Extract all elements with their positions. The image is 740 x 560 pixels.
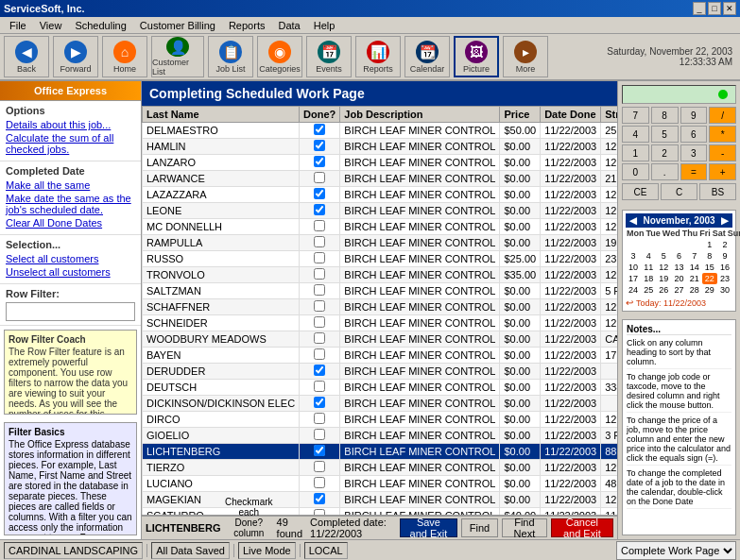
cal-day[interactable]: 17	[626, 273, 641, 284]
calc-multiply[interactable]: *	[709, 126, 736, 143]
cell-done[interactable]	[300, 203, 340, 219]
done-checkbox[interactable]	[314, 413, 325, 424]
sidebar-select-all-link[interactable]: Select all customers	[6, 253, 135, 264]
cal-prev[interactable]: ◀	[629, 215, 637, 226]
sidebar-details-link[interactable]: Details about this job...	[6, 119, 135, 130]
table-container[interactable]: Last Name Done? Job Description Price Da…	[142, 106, 617, 515]
cell-done[interactable]	[300, 508, 340, 516]
table-row[interactable]: LANZAROBIRCH LEAF MINER CONTROL$0.0011/2…	[143, 155, 618, 171]
cell-done[interactable]	[300, 476, 340, 492]
cal-day[interactable]: 4	[641, 250, 656, 262]
table-row[interactable]: LUCIANOBIRCH LEAF MINER CONTROL$0.0011/2…	[143, 476, 618, 492]
minimize-button[interactable]: _	[693, 2, 706, 15]
cal-day[interactable]: 15	[702, 262, 717, 273]
done-checkbox[interactable]	[314, 300, 325, 312]
table-row[interactable]: RUSSOBIRCH LEAF MINER CONTROL$25.0011/22…	[143, 251, 618, 267]
done-checkbox[interactable]	[314, 172, 325, 183]
done-checkbox[interactable]	[314, 204, 325, 215]
cal-day[interactable]: 18	[641, 273, 656, 284]
cal-day[interactable]: 20	[671, 273, 686, 284]
cal-day[interactable]: 9	[717, 250, 732, 262]
close-button[interactable]: ✕	[723, 2, 736, 15]
table-row[interactable]: MAGEKIANBIRCH LEAF MINER CONTROL$0.0011/…	[143, 492, 618, 508]
cancel-exit-button[interactable]: Cancel and Exit	[551, 518, 613, 537]
calc-bs[interactable]: BS	[699, 183, 736, 200]
cell-done[interactable]	[300, 155, 340, 171]
done-checkbox[interactable]	[314, 316, 325, 328]
done-checkbox[interactable]	[314, 284, 325, 296]
calc-0[interactable]: 0	[622, 163, 649, 180]
cal-day[interactable]: 19	[656, 273, 671, 284]
table-row[interactable]: DEUTSCHBIRCH LEAF MINER CONTROL$0.0011/2…	[143, 380, 618, 396]
col-date-done[interactable]: Date Done	[541, 107, 601, 123]
calc-4[interactable]: 4	[622, 126, 649, 143]
find-button[interactable]: Find	[461, 518, 498, 537]
done-checkbox[interactable]	[314, 156, 325, 167]
cal-day[interactable]: 14	[687, 262, 702, 273]
calc-dot[interactable]: .	[651, 163, 679, 180]
cal-day[interactable]: 25	[641, 284, 656, 296]
cell-done[interactable]	[300, 283, 340, 299]
done-checkbox[interactable]	[314, 477, 325, 488]
cal-day[interactable]: 11	[641, 262, 656, 273]
sidebar-make-all-same-link[interactable]: Make all the same	[6, 179, 135, 191]
cell-done[interactable]	[300, 251, 340, 267]
cell-done[interactable]	[300, 315, 340, 331]
table-row[interactable]: SALTZMANBIRCH LEAF MINER CONTROL$0.0011/…	[143, 283, 618, 299]
calc-8[interactable]: 8	[651, 107, 679, 124]
done-checkbox[interactable]	[314, 268, 325, 280]
menu-data[interactable]: Data	[272, 20, 305, 31]
toolbar-forward[interactable]: ▶ Forward	[53, 36, 98, 77]
col-last-name[interactable]: Last Name	[143, 107, 300, 123]
col-job-desc[interactable]: Job Description	[340, 107, 500, 123]
table-row[interactable]: LAZAZZARABIRCH LEAF MINER CONTROL$0.0011…	[143, 187, 618, 203]
done-checkbox[interactable]	[314, 124, 325, 135]
cell-done[interactable]	[300, 380, 340, 396]
calc-2[interactable]: 2	[651, 144, 679, 161]
done-checkbox[interactable]	[314, 188, 325, 199]
cal-day[interactable]: 6	[671, 250, 686, 262]
cal-day[interactable]: 16	[717, 262, 732, 273]
table-row[interactable]: LARWANCEBIRCH LEAF MINER CONTROL$0.0011/…	[143, 171, 618, 187]
table-row[interactable]: TIERZOBIRCH LEAF MINER CONTROL$0.0011/22…	[143, 460, 618, 476]
cell-done[interactable]	[300, 235, 340, 251]
cal-day[interactable]: 29	[702, 284, 717, 296]
table-row[interactable]: BAYENBIRCH LEAF MINER CONTROL$0.0011/22/…	[143, 348, 618, 364]
cal-day[interactable]: 22	[702, 273, 717, 284]
cal-day[interactable]: 1	[702, 239, 717, 250]
done-checkbox[interactable]	[314, 445, 325, 456]
done-checkbox[interactable]	[314, 252, 325, 263]
done-checkbox[interactable]	[314, 348, 325, 360]
calc-6[interactable]: 6	[680, 126, 708, 143]
done-checkbox[interactable]	[314, 493, 325, 504]
cell-done[interactable]	[300, 267, 340, 283]
work-page-dropdown[interactable]: Complete Work Page	[616, 541, 736, 560]
cal-day[interactable]: 21	[687, 273, 702, 284]
cal-day[interactable]: 5	[656, 250, 671, 262]
sidebar-unselect-all-link[interactable]: Unselect all customers	[6, 266, 135, 278]
cal-day[interactable]: 10	[626, 262, 641, 273]
cell-done[interactable]	[300, 348, 340, 364]
cal-day[interactable]: 3	[626, 250, 641, 262]
cal-day[interactable]: 8	[702, 250, 717, 262]
done-checkbox[interactable]	[314, 236, 325, 247]
table-row[interactable]: SCHNEIDERBIRCH LEAF MINER CONTROL$0.0011…	[143, 315, 618, 331]
cal-day[interactable]: 30	[717, 284, 732, 296]
cell-done[interactable]	[300, 219, 340, 235]
table-row[interactable]: LEONEBIRCH LEAF MINER CONTROL$0.0011/22/…	[143, 203, 618, 219]
sidebar-make-same-as-job-link[interactable]: Make date the same as the job's schedule…	[6, 193, 135, 215]
cell-done[interactable]	[300, 492, 340, 508]
menu-help[interactable]: Help	[308, 20, 341, 31]
table-row[interactable]: TRONVOLOBIRCH LEAF MINER CONTROL$35.0011…	[143, 267, 618, 283]
col-str[interactable]: Str	[601, 107, 617, 123]
calc-plus[interactable]: +	[709, 163, 736, 180]
toolbar-events[interactable]: 📅 Events	[306, 36, 352, 77]
done-checkbox[interactable]	[314, 365, 325, 376]
toolbar-back[interactable]: ◀ Back	[4, 36, 49, 77]
table-row[interactable]: SCHAFFNERBIRCH LEAF MINER CONTROL$0.0011…	[143, 299, 618, 315]
calc-1[interactable]: 1	[622, 144, 649, 161]
cal-day[interactable]: 12	[656, 262, 671, 273]
toolbar-categories[interactable]: ◉ Categories	[257, 36, 302, 77]
toolbar-picture[interactable]: 🖼 Picture	[454, 36, 499, 77]
menu-reports[interactable]: Reports	[223, 20, 271, 31]
